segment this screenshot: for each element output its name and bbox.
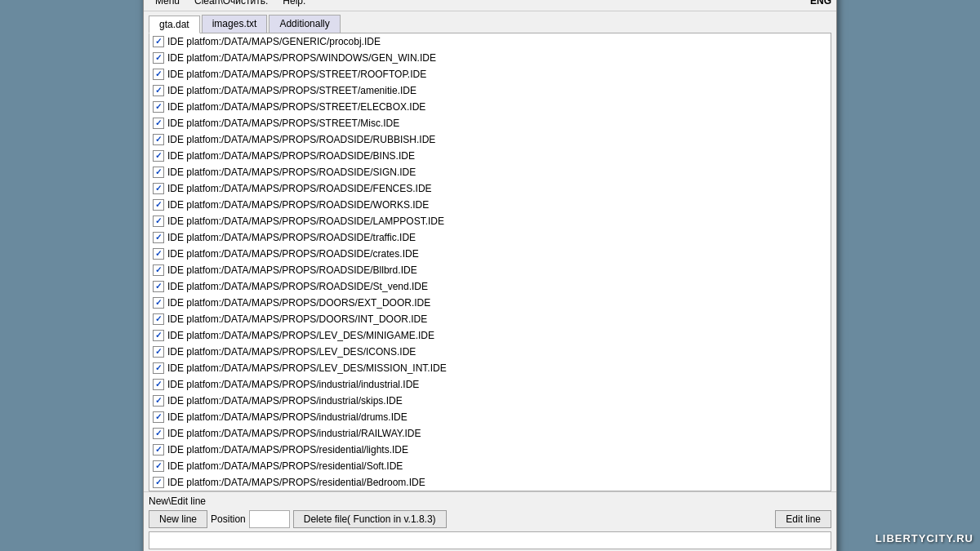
list-item-text: IDE platfom:/DATA/MAPS/PROPS/ROADSIDE/St… [167, 279, 428, 294]
list-item-text: IDE platfom:/DATA/MAPS/PROPS/ROADSIDE/Bl… [167, 263, 417, 278]
list-checkbox[interactable] [153, 248, 164, 260]
list-checkbox[interactable] [153, 216, 164, 227]
list-checkbox[interactable] [153, 444, 164, 455]
list-item[interactable]: IDE platfom:/DATA/MAPS/PROPS/LEV_DES/ICO… [149, 344, 831, 360]
list-checkbox[interactable] [153, 85, 164, 96]
list-item-text: IDE platfom:/DATA/MAPS/PROPS/ROADSIDE/RU… [167, 132, 435, 147]
list-item[interactable]: IDE platfom:/DATA/MAPS/PROPS/ROADSIDE/RU… [149, 131, 831, 148]
watermark-text: LIBERTYCITY.RU [875, 532, 973, 544]
list-checkbox[interactable] [153, 101, 164, 113]
list-item-text: IDE platfom:/DATA/MAPS/PROPS/STREET/amen… [167, 83, 416, 98]
list-item[interactable]: IDE platfom:/DATA/MAPS/PROPS/industrial/… [149, 393, 831, 409]
list-checkbox[interactable] [153, 330, 164, 341]
tab-additionally[interactable]: Additionally [269, 15, 340, 33]
list-item-text: IDE platfom:/DATA/MAPS/PROPS/DOORS/INT_D… [167, 312, 427, 327]
list-item-text: IDE platfom:/DATA/MAPS/PROPS/residential… [167, 475, 425, 490]
list-item[interactable]: IDE platfom:/DATA/MAPS/PROPS/LEV_DES/MIS… [149, 360, 831, 376]
list-item[interactable]: IDE platfom:/DATA/MAPS/PROPS/ROADSIDE/LA… [149, 213, 831, 229]
list-item-text: IDE platfom:/DATA/MAPS/PROPS/industrial/… [167, 426, 421, 441]
list-item[interactable]: IDE platfom:/DATA/MAPS/PROPS/STREET/amen… [149, 82, 831, 99]
list-item[interactable]: IDE platfom:/DATA/MAPS/PROPS/STREET/ROOF… [149, 66, 831, 82]
list-item-text: IDE platfom:/DATA/MAPS/PROPS/LEV_DES/MIS… [167, 361, 447, 375]
menu-item-help[interactable]: Help: [276, 0, 312, 8]
new-line-button[interactable]: New line [149, 510, 207, 528]
list-item-text: IDE platfom:/DATA/MAPS/PROPS/ROADSIDE/BI… [167, 149, 415, 163]
list-item-text: IDE platfom:/DATA/MAPS/PROPS/ROADSIDE/FE… [167, 181, 432, 196]
list-item[interactable]: IDE platfom:/DATA/MAPS/PROPS/ROADSIDE/St… [149, 278, 831, 295]
list-checkbox[interactable] [153, 379, 164, 390]
list-item[interactable]: IDE platfom:/DATA/MAPS/PROPS/ROADSIDE/SI… [149, 164, 831, 180]
list-checkbox[interactable] [153, 411, 164, 423]
list-item-text: IDE platfom:/DATA/MAPS/PROPS/ROADSIDE/SI… [167, 165, 416, 180]
position-label: Position [211, 513, 246, 525]
list-item[interactable]: IDE platfom:/DATA/MAPS/PROPS/STREET/Misc… [149, 115, 831, 131]
line-edit-input[interactable] [149, 531, 831, 549]
list-item[interactable]: IDE platfom:/DATA/MAPS/PROPS/industrial/… [149, 425, 831, 442]
menu-item-clean[interactable]: Clean\Очистить: [188, 0, 274, 8]
list-checkbox[interactable] [153, 460, 164, 472]
list-checkbox[interactable] [153, 36, 164, 47]
list-item-text: IDE platfom:/DATA/MAPS/PROPS/residential… [167, 459, 403, 473]
list-item[interactable]: IDE platfom:/DATA/MAPS/PROPS/ROADSIDE/Bl… [149, 262, 831, 278]
list-item-text: IDE platfom:/DATA/MAPS/PROPS/industrial/… [167, 393, 403, 408]
list-checkbox[interactable] [153, 362, 164, 374]
list-checkbox[interactable] [153, 52, 164, 64]
list-checkbox[interactable] [153, 313, 164, 325]
list-checkbox[interactable] [153, 477, 164, 488]
list-checkbox[interactable] [153, 69, 164, 80]
list-checkbox[interactable] [153, 134, 164, 145]
new-edit-label: New\Edit line [149, 495, 831, 507]
list-checkbox[interactable] [153, 118, 164, 129]
list-item[interactable]: IDE platfom:/DATA/MAPS/PROPS/ROADSIDE/BI… [149, 148, 831, 164]
list-item[interactable]: IDE platfom:/DATA/MAPS/PROPS/ROADSIDE/FE… [149, 180, 831, 197]
list-checkbox[interactable] [153, 428, 164, 439]
list-item-text: IDE platfom:/DATA/MAPS/PROPS/ROADSIDE/LA… [167, 214, 444, 229]
list-item-text: IDE platfom:/DATA/MAPS/PROPS/ROADSIDE/cr… [167, 247, 419, 261]
list-item[interactable]: IDE platfom:/DATA/MAPS/PROPS/residential… [149, 458, 831, 474]
list-checkbox[interactable] [153, 183, 164, 194]
list-item[interactable]: IDE platfom:/DATA/MAPS/PROPS/ROADSIDE/cr… [149, 246, 831, 262]
list-checkbox[interactable] [153, 297, 164, 309]
delete-file-button[interactable]: Delete file( Function in v.1.8.3) [293, 510, 447, 528]
list-item[interactable]: IDE platfom:/DATA/MAPS/PROPS/DOORS/INT_D… [149, 311, 831, 327]
list-item[interactable]: IDE platfom:/DATA/MAPS/PROPS/DOORS/EXT_D… [149, 295, 831, 311]
list-item-text: IDE platfom:/DATA/MAPS/PROPS/industrial/… [167, 377, 419, 392]
list-checkbox[interactable] [153, 167, 164, 178]
tab-images-txt[interactable]: images.txt [202, 15, 268, 33]
list-item[interactable]: IDE platfom:/DATA/MAPS/PROPS/ROADSIDE/tr… [149, 229, 831, 246]
position-input[interactable] [249, 510, 290, 528]
list-item-text: IDE platfom:/DATA/MAPS/PROPS/DOORS/EXT_D… [167, 295, 430, 310]
list-checkbox[interactable] [153, 281, 164, 292]
list-checkbox[interactable] [153, 150, 164, 162]
list-item[interactable]: IDE platfom:/DATA/MAPS/PROPS/industrial/… [149, 376, 831, 393]
list-item-text: IDE platfom:/DATA/MAPS/GENERIC/procobj.I… [167, 34, 381, 49]
list-item[interactable]: IDE platfom:/DATA/MAPS/PROPS/STREET/ELEC… [149, 99, 831, 115]
list-item[interactable]: IDE platfom:/DATA/MAPS/PROPS/residential… [149, 474, 831, 491]
list-checkbox[interactable] [153, 264, 164, 276]
list-checkbox[interactable] [153, 199, 164, 211]
list-item[interactable]: IDE platfom:/DATA/MAPS/PROPS/residential… [149, 442, 831, 458]
list-item-text: IDE platfom:/DATA/MAPS/PROPS/STREET/Misc… [167, 116, 399, 131]
list-item[interactable]: IDE platfom:/DATA/MAPS/GENERIC/procobj.I… [149, 33, 831, 50]
list-item-text: IDE platfom:/DATA/MAPS/PROPS/LEV_DES/ICO… [167, 344, 416, 359]
menu-item-menu[interactable]: Menu [149, 0, 186, 8]
list-item-text: IDE platfom:/DATA/MAPS/PROPS/STREET/ROOF… [167, 67, 426, 82]
language-selector[interactable]: ENG [810, 0, 831, 7]
list-item-text: IDE platfom:/DATA/MAPS/PROPS/WINDOWS/GEN… [167, 51, 436, 65]
list-item-text: IDE platfom:/DATA/MAPS/PROPS/ROADSIDE/WO… [167, 198, 429, 212]
list-item-text: IDE platfom:/DATA/MAPS/PROPS/residential… [167, 442, 408, 457]
list-item-text: IDE platfom:/DATA/MAPS/PROPS/ROADSIDE/tr… [167, 230, 416, 245]
edit-line-button[interactable]: Edit line [775, 510, 831, 528]
tab-gta-dat[interactable]: gta.dat [149, 16, 200, 33]
list-checkbox[interactable] [153, 346, 164, 358]
list-item[interactable]: IDE platfom:/DATA/MAPS/PROPS/LEV_DES/MIN… [149, 327, 831, 344]
list-item[interactable]: IDE platfom:/DATA/MAPS/PROPS/WINDOWS/GEN… [149, 50, 831, 66]
list-item[interactable]: IDE platfom:/DATA/MAPS/PROPS/ROADSIDE/WO… [149, 197, 831, 213]
list-item-text: IDE platfom:/DATA/MAPS/PROPS/industrial/… [167, 410, 408, 424]
ide-list[interactable]: IDE platfom:/DATA/MAPS/GENERIC/procobj.I… [149, 33, 831, 491]
list-checkbox[interactable] [153, 395, 164, 407]
list-item-text: IDE platfom:/DATA/MAPS/PROPS/LEV_DES/MIN… [167, 328, 434, 343]
list-item[interactable]: IDE platfom:/DATA/MAPS/PROPS/industrial/… [149, 409, 831, 425]
list-item-text: IDE platfom:/DATA/MAPS/PROPS/STREET/ELEC… [167, 100, 425, 114]
list-checkbox[interactable] [153, 232, 164, 243]
